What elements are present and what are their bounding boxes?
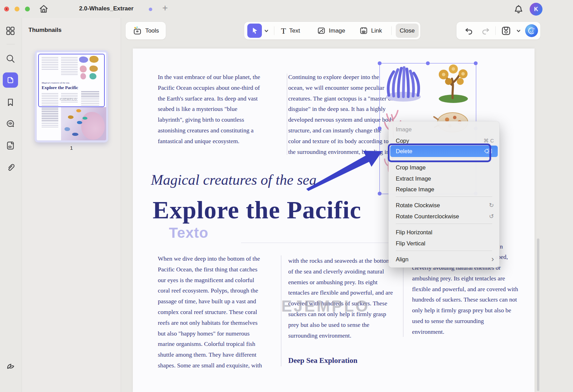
document-fields-icon[interactable] [5,140,16,151]
sidebar-item-thumbnails-active[interactable] [3,72,18,88]
selection-handle[interactable] [378,61,382,65]
comments-icon[interactable] [5,119,16,129]
attachments-paperclip-icon[interactable] [5,162,16,172]
menu-item-flip-horizontal[interactable]: Flip Horizontal [396,228,494,236]
avatar-initial: K [534,6,538,12]
thumbnails-panel: Thumbnails Magical creatures of the sea.… [22,18,121,392]
left-icon-sidebar [0,18,22,392]
thumbnail-page-number: 1 [35,145,108,151]
menu-item-rotate-clockwise[interactable]: Rotate Clockwise ↻ [396,201,494,209]
select-tool-button[interactable] [247,24,262,38]
menu-item-crop-image[interactable]: Crop Image [396,163,494,172]
thumbnail-bottom-photo [61,107,106,140]
menu-separator [396,197,492,197]
selection-handle[interactable] [378,192,382,195]
toolbar-divider [391,26,392,35]
menu-separator [396,224,492,224]
save-options-chevron-icon[interactable] [516,29,521,33]
menu-separator [396,251,492,251]
menu-item-flip-vertical[interactable]: Flip Vertical [396,239,494,247]
paragraph-top-middle[interactable]: Continuing to explore deeper into the oc… [288,72,394,157]
redo-button[interactable] [481,26,490,36]
rotate-clockwise-icon: ↻ [489,202,494,209]
titlebar: 2.0-Whales_Extraer + K [0,0,573,18]
thumbnails-header: Thumbnails [28,27,61,34]
paragraph-bottom-right[interactable]: cleverly avoiding natural enemies or amb… [412,262,518,337]
select-tool-chevron-icon[interactable] [264,29,269,33]
notifications-bell-icon[interactable] [513,4,524,15]
link-tool-icon [359,26,368,35]
close-edit-button[interactable]: Close [396,24,419,38]
menu-item-rotate-counterclockwise[interactable]: Rotate Counterclockwise ↺ [396,212,494,220]
tab-title[interactable]: 2.0-Whales_Extraer [79,5,134,12]
edit-tools-group: T Text Image Link Close [244,22,420,40]
undo-button[interactable] [464,26,474,36]
save-button[interactable] [501,26,511,36]
bookmarks-icon[interactable] [5,97,16,107]
close-edit-label: Close [400,27,414,34]
home-icon[interactable] [38,3,49,15]
copy-shortcut: ⌘ C [484,138,494,144]
paragraph-right-fragment-1[interactable]: n [500,241,503,252]
menu-item-extract-image[interactable]: Extract Image [396,174,494,183]
text-frame-edge [241,243,390,243]
doc-subtitle[interactable]: Magical creatures of the sea. [151,172,320,188]
selection-handle[interactable] [426,61,430,65]
selection-handle[interactable] [378,127,382,130]
thumbnail-page-preview: Magical creatures of the sea. Explore th… [37,52,106,140]
image-tool-label: Image [329,27,345,34]
ai-assistant-button[interactable] [525,24,538,37]
unsaved-changes-dot [149,8,152,11]
selection-handle[interactable] [474,61,478,65]
thumbnail-viewport-indicator [38,54,105,107]
swatches-icon[interactable] [5,360,16,371]
new-tab-button[interactable]: + [162,5,168,11]
cursor-icon [250,26,259,35]
history-save-group [456,22,540,40]
vertical-scrollbar-thumb[interactable] [537,238,539,391]
rotate-counterclockwise-icon: ↺ [489,213,494,220]
menu-item-replace-image[interactable]: Replace Image [396,185,494,193]
apps-grid-icon[interactable] [5,26,16,36]
tools-label: Tools [145,27,159,34]
account-avatar[interactable]: K [530,3,542,16]
texto-label[interactable]: Texto [169,225,208,241]
paragraph-bottom-left[interactable]: When we dive deep into the bottom of the… [158,253,262,371]
thumbnail-textlines [42,108,58,129]
column-divider [287,73,287,155]
ejemplo-watermark: EJEMPLO [281,297,370,315]
image-tool-icon [317,26,326,35]
zoom-window-button[interactable] [25,7,30,11]
text-tool-label: Text [289,27,300,34]
section-heading[interactable]: Deep Sea Exploration [288,356,357,365]
toolbar-divider [274,26,274,35]
sidebar-divider [7,44,15,44]
tools-button[interactable]: Tools [126,22,166,40]
paragraph-top-left[interactable]: In the vast embrace of our blue planet, … [158,72,260,147]
delete-highlight-annotation-box [388,143,491,162]
text-tool-icon: T [281,27,286,35]
image-tool-button[interactable]: Image [317,26,345,35]
app-window: 2.0-Whales_Extraer + K Tools [0,0,573,392]
close-window-dot [6,8,7,10]
search-icon[interactable] [5,53,16,64]
align-submenu-chevron-icon: › [491,256,494,263]
link-tool-label: Link [371,27,382,34]
minimize-window-button[interactable] [15,7,19,11]
text-tool-button[interactable]: T Text [281,26,300,35]
tools-icon [132,26,142,36]
doc-title[interactable]: Explore the Pacific [153,196,361,225]
page-thumbnail-1[interactable]: Magical creatures of the sea. Explore th… [35,50,108,142]
page-thumbnails-icon [6,76,15,85]
context-menu-header: Image [396,125,494,133]
link-tool-button[interactable]: Link [359,26,382,35]
toolbar-divider [495,26,496,35]
menu-item-align[interactable]: Align › [396,255,494,263]
